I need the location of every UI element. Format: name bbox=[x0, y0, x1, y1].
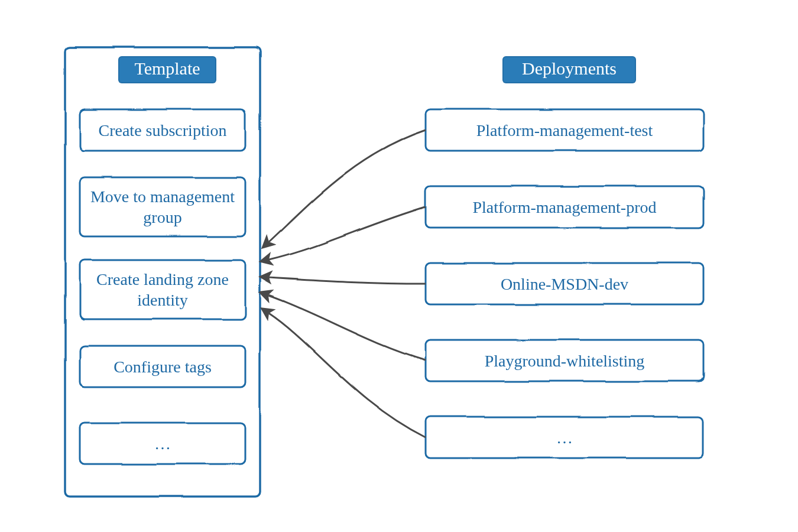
deployment-item-label: Platform-management-prod bbox=[426, 186, 703, 228]
arrows-group bbox=[269, 130, 426, 437]
template-item-label: Configure tags bbox=[80, 346, 245, 387]
template-item-label: … bbox=[80, 423, 245, 464]
template-item-label: Move to management group bbox=[80, 177, 245, 236]
arrow bbox=[269, 130, 426, 242]
arrow bbox=[269, 313, 426, 437]
deployment-item-label: Platform-management-test bbox=[426, 109, 703, 151]
arrow bbox=[269, 296, 426, 361]
deployment-item-label: Playground-whitelisting bbox=[426, 340, 703, 381]
deployment-item-label: Online-MSDN-dev bbox=[426, 263, 703, 304]
deployments-title: Deployments bbox=[502, 56, 636, 83]
arrow bbox=[269, 278, 426, 284]
diagram-canvas: Template Deployments Create subscription… bbox=[0, 0, 798, 532]
template-title: Template bbox=[118, 56, 216, 83]
template-item-label: Create subscription bbox=[80, 109, 245, 151]
template-item-label: Create landing zone identity bbox=[80, 260, 245, 319]
deployment-item-label: … bbox=[426, 417, 703, 458]
arrow bbox=[269, 207, 426, 260]
